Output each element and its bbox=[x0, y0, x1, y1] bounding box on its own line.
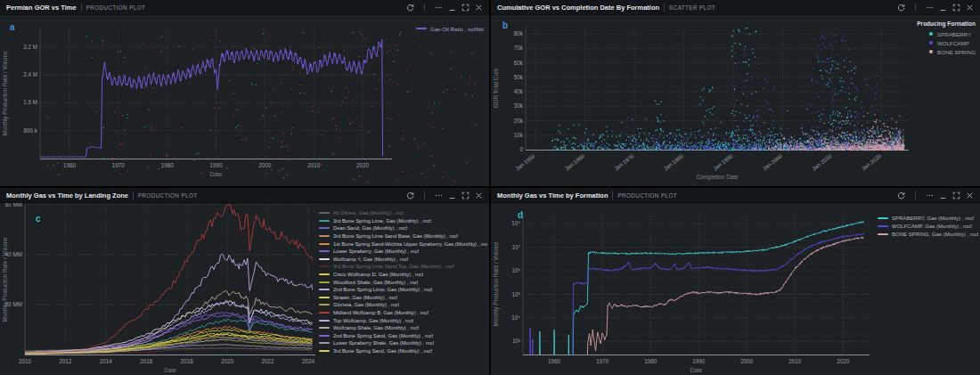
svg-text:2010: 2010 bbox=[19, 358, 32, 364]
legend-swatch bbox=[319, 243, 330, 245]
history-icon[interactable] bbox=[897, 4, 905, 12]
minimize-icon[interactable] bbox=[448, 192, 456, 200]
titlebar[interactable]: Permian GOR vs Time PRODUCTION PLOT bbox=[0, 0, 489, 15]
legend-item[interactable]: WOLFCAMP, Gas (Monthly) , mcf bbox=[878, 222, 978, 230]
legend-label: BONE SPRING, Gas (Monthly) , mcf bbox=[892, 232, 978, 237]
panel-title: Cumulative GOR vs Completion Date By For… bbox=[497, 4, 659, 12]
legend-item[interactable]: Gas-Oil Ratio , scf/bbl bbox=[416, 24, 484, 33]
chart-area-cumulative-gor[interactable]: 010k20k30k40k50k60k70k80kJan 1950Jan 196… bbox=[491, 15, 980, 186]
svg-text:Jan 2000: Jan 2000 bbox=[761, 152, 783, 172]
legend-swatch bbox=[319, 227, 330, 229]
window-controls bbox=[406, 4, 483, 12]
legend-item[interactable]: SPRABERRY bbox=[917, 29, 976, 38]
more-icon[interactable] bbox=[926, 192, 934, 200]
svg-text:1.6 M: 1.6 M bbox=[23, 99, 37, 105]
minimize-icon[interactable] bbox=[939, 192, 947, 200]
legend-item[interactable]: 3rd Bone Spring Lime, Gas (Monthly) , mc… bbox=[319, 217, 487, 225]
legend-item[interactable]: 3rd Bone Spring Lime Sand Top, Gas (Mont… bbox=[319, 263, 487, 271]
legend-item[interactable]: 1st Bone Spring Sand-Wichita Upper Sprab… bbox=[319, 240, 487, 248]
titlebar-divider bbox=[915, 4, 916, 12]
title-separator bbox=[664, 4, 665, 12]
legend-item[interactable]: All Others, Gas (Monthly) , mcf bbox=[319, 209, 487, 217]
legend-swatch bbox=[878, 217, 888, 219]
legend-item[interactable]: Wolfcamp Shale, Gas (Monthly) , mcf bbox=[319, 324, 487, 332]
legend-item[interactable]: Midland Wolfcamp B, Gas (Monthly) , mcf bbox=[319, 309, 487, 317]
legend-swatch bbox=[319, 350, 330, 352]
legend-item[interactable]: Strawn, Gas (Monthly) , mcf bbox=[319, 294, 487, 302]
title-separator bbox=[612, 192, 613, 200]
close-icon[interactable] bbox=[966, 192, 974, 200]
panel-cumulative-gor-by-formation: Cumulative GOR vs Completion Date By For… bbox=[491, 0, 980, 186]
svg-text:2010: 2010 bbox=[307, 162, 321, 168]
legend-label: 2nd Bone Spring Lime, Gas (Monthly) , mc… bbox=[333, 287, 432, 292]
fullscreen-icon[interactable] bbox=[952, 192, 960, 200]
minimize-icon[interactable] bbox=[448, 4, 456, 12]
history-icon[interactable] bbox=[406, 4, 414, 12]
more-icon[interactable] bbox=[435, 4, 443, 12]
scatter-series-spraberry bbox=[551, 28, 904, 151]
legend-item[interactable]: BONE SPRING, Gas (Monthly) , mcf bbox=[878, 230, 978, 238]
chart-area-landing-zone[interactable]: 20 MM40 MM60 MM2010201220142016201820202… bbox=[0, 203, 489, 375]
panel-letter: c bbox=[36, 214, 41, 224]
titlebar[interactable]: Cumulative GOR vs Completion Date By For… bbox=[491, 0, 980, 15]
legend-item[interactable]: 3rd Bone Spring Sand, Gas (Monthly) , mc… bbox=[319, 347, 487, 355]
titlebar[interactable]: Monthly Gas vs Time by Landing Zone PROD… bbox=[0, 188, 489, 203]
fullscreen-icon[interactable] bbox=[461, 192, 470, 200]
legend-item[interactable]: BONE SPRING bbox=[917, 47, 976, 56]
more-icon[interactable] bbox=[435, 192, 443, 200]
legend-item[interactable]: Woodford Shale, Gas (Monthly) , mcf bbox=[319, 278, 487, 286]
legend-item[interactable]: Cisco Wolfcamp D, Gas (Monthly) , mcf bbox=[319, 271, 487, 279]
minimize-icon[interactable] bbox=[939, 4, 947, 12]
legend-swatch bbox=[319, 327, 330, 329]
close-icon[interactable] bbox=[475, 192, 483, 200]
legend-item[interactable]: Dean Sand, Gas (Monthly) , mcf bbox=[319, 224, 487, 232]
legend-item[interactable]: SPRABERRY, Gas (Monthly) , mcf bbox=[878, 214, 978, 222]
x-axis-label: Completion Date bbox=[697, 174, 739, 181]
history-icon[interactable] bbox=[897, 192, 905, 200]
svg-text:10⁴: 10⁴ bbox=[511, 314, 520, 321]
more-icon[interactable] bbox=[926, 4, 934, 12]
legend-item[interactable]: WOLFCAMP bbox=[917, 38, 976, 47]
legend-swatch bbox=[878, 225, 888, 227]
legend-swatch bbox=[319, 342, 330, 344]
legend-item[interactable]: Top Wolfcamp, Gas (Monthly) , mcf bbox=[319, 316, 487, 324]
titlebar[interactable]: Monthly Gas vs Time by Formation PRODUCT… bbox=[491, 188, 980, 203]
close-icon[interactable] bbox=[966, 4, 974, 12]
panel-title: Permian GOR vs Time bbox=[6, 4, 77, 12]
legend-item[interactable]: 2nd Bone Spring Lime, Gas (Monthly) , mc… bbox=[319, 286, 487, 294]
legend-item[interactable]: Wolfcamp Y, Gas (Monthly) , mcf bbox=[319, 256, 487, 264]
svg-text:2020: 2020 bbox=[837, 358, 850, 364]
legend-label: Gas-Oil Ratio , scf/bbl bbox=[430, 26, 484, 32]
legend-item[interactable]: Lower Spraberry Shale, Gas (Monthly) , m… bbox=[319, 339, 487, 347]
svg-text:2000: 2000 bbox=[740, 358, 754, 364]
svg-text:10k: 10k bbox=[514, 132, 524, 138]
chart-area-gor-vs-time[interactable]: 800 k1.6 M2.4 M3.2 M19601970198019902000… bbox=[0, 15, 489, 186]
legend-swatch bbox=[319, 273, 330, 275]
chart-area-formation[interactable]: 10³10⁴10⁵10⁶10⁷10⁸1960197019801990200020… bbox=[491, 203, 980, 375]
svg-text:800 k: 800 k bbox=[24, 127, 38, 134]
legend-label: Lower Spraberry Shale, Gas (Monthly) , m… bbox=[333, 340, 434, 346]
legend-item[interactable]: 3rd Bone Spring Lime Sand Base, Gas (Mon… bbox=[319, 232, 487, 240]
svg-text:1970: 1970 bbox=[596, 358, 609, 364]
legend-item[interactable]: 2nd Bone Spring Sand, Gas (Monthly) , mc… bbox=[319, 332, 487, 340]
gor-line-plot[interactable]: 800 k1.6 M2.4 M3.2 M19601970198019902000… bbox=[0, 15, 489, 186]
legend-label: 3rd Bone Spring Sand, Gas (Monthly) , mc… bbox=[333, 348, 432, 354]
legend-item[interactable]: Lower Spraberry, Gas (Monthly) , mcf bbox=[319, 248, 487, 256]
legend-item[interactable]: Glorieta, Gas (Monthly) , mcf bbox=[319, 301, 487, 309]
history-icon[interactable] bbox=[406, 192, 414, 200]
svg-text:30k: 30k bbox=[514, 102, 524, 109]
svg-text:1980: 1980 bbox=[161, 162, 175, 168]
gor-scatter-plot[interactable]: 010k20k30k40k50k60k70k80kJan 1950Jan 196… bbox=[491, 15, 980, 186]
fullscreen-icon[interactable] bbox=[952, 4, 960, 12]
x-axis-label: Date bbox=[690, 367, 703, 373]
svg-text:2024: 2024 bbox=[302, 358, 315, 364]
svg-text:2010: 2010 bbox=[788, 358, 802, 364]
svg-text:0: 0 bbox=[519, 146, 523, 152]
panel-title: Monthly Gas vs Time by Formation bbox=[497, 192, 608, 200]
close-icon[interactable] bbox=[475, 4, 483, 12]
fullscreen-icon[interactable] bbox=[461, 4, 470, 12]
svg-text:40k: 40k bbox=[514, 88, 524, 94]
panel-monthly-gas-by-landing-zone: Monthly Gas vs Time by Landing Zone PROD… bbox=[0, 188, 489, 375]
legend-label: SPRABERRY, Gas (Monthly) , mcf bbox=[892, 216, 974, 221]
legend-label: WOLFCAMP bbox=[937, 40, 969, 46]
